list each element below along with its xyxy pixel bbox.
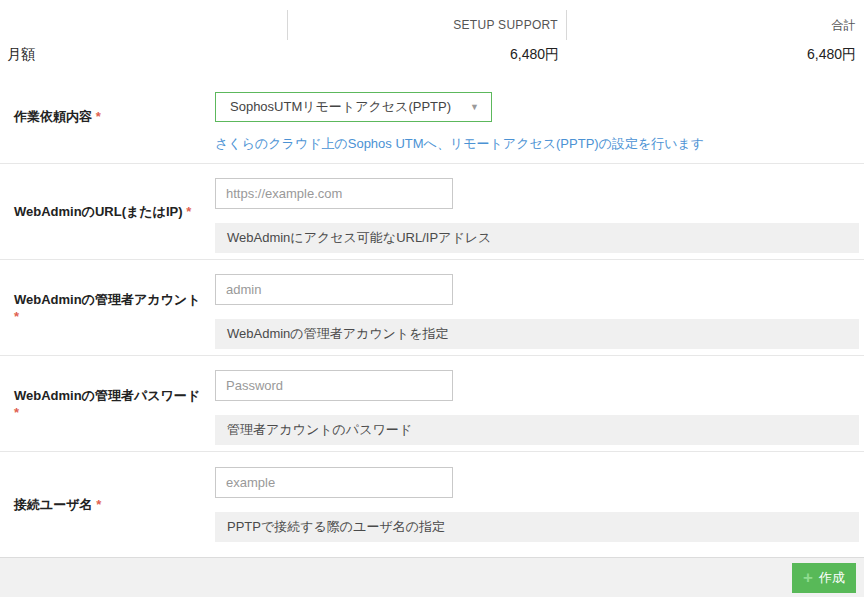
setup-support-order-page: SETUP SUPPORT 合計 月額 6,480円 6,480円 作業依頼内容… (0, 0, 864, 603)
field-label-text: 作業依頼内容 (14, 109, 92, 124)
required-asterisk: * (96, 109, 101, 124)
admin-account-input[interactable] (215, 274, 453, 305)
column-header-total: 合計 (567, 10, 864, 40)
webadmin-url-input[interactable] (215, 178, 453, 209)
price-row-label: 月額 (0, 40, 287, 70)
required-asterisk: * (14, 405, 19, 420)
pricing-table: SETUP SUPPORT 合計 月額 6,480円 6,480円 (0, 0, 864, 70)
create-button[interactable]: + 作成 (792, 563, 856, 593)
create-button-label: 作成 (819, 569, 845, 587)
required-asterisk: * (14, 309, 19, 324)
field-label-admin-account: WebAdminの管理者アカウント * (0, 260, 215, 355)
admin-password-input[interactable] (215, 370, 453, 401)
pricing-header-spacer (0, 10, 287, 40)
field-label-webadmin-url: WebAdminのURL(またはIP) * (0, 164, 215, 259)
form-row-connection-user: 接続ユーザ名 * PPTPで接続する際のユーザ名の指定 (0, 451, 864, 557)
admin-account-help: WebAdminの管理者アカウントを指定 (215, 319, 859, 349)
form-row-work-request: 作業依頼内容 * SophosUTMリモートアクセス(PPTP) ▼ さくらのク… (0, 70, 864, 163)
field-label-admin-password: WebAdminの管理者パスワード * (0, 356, 215, 451)
pricing-header-row: SETUP SUPPORT 合計 (0, 10, 864, 40)
field-label-text: 接続ユーザ名 (14, 497, 93, 512)
required-asterisk: * (96, 497, 101, 512)
connection-user-help: PPTPで接続する際のユーザ名の指定 (215, 512, 859, 542)
field-label-text: WebAdminのURL(またはIP) (14, 204, 183, 219)
pricing-row-monthly: 月額 6,480円 6,480円 (0, 40, 864, 70)
column-header-setup-support: SETUP SUPPORT (287, 10, 567, 40)
footer-bar: + 作成 (0, 557, 864, 597)
chevron-down-icon: ▼ (470, 102, 479, 112)
work-request-selected-value: SophosUTMリモートアクセス(PPTP) (230, 98, 451, 116)
work-request-help-text: さくらのクラウド上のSophos UTMへ、リモートアクセス(PPTP)の設定を… (215, 135, 859, 152)
price-total-value: 6,480円 (567, 40, 864, 70)
field-label-text: WebAdminの管理者アカウント (14, 292, 200, 307)
webadmin-url-help: WebAdminにアクセス可能なURL/IPアドレス (215, 223, 859, 253)
price-setup-support-value: 6,480円 (287, 40, 567, 70)
admin-password-help: 管理者アカウントのパスワード (215, 415, 859, 445)
field-label-text: WebAdminの管理者パスワード (14, 388, 200, 403)
plus-icon: + (803, 569, 813, 586)
form-row-admin-account: WebAdminの管理者アカウント * WebAdminの管理者アカウントを指定 (0, 259, 864, 355)
work-request-select[interactable]: SophosUTMリモートアクセス(PPTP) ▼ (215, 92, 492, 122)
form-row-admin-password: WebAdminの管理者パスワード * 管理者アカウントのパスワード (0, 355, 864, 451)
connection-user-input[interactable] (215, 467, 453, 498)
required-asterisk: * (186, 204, 191, 219)
form-row-webadmin-url: WebAdminのURL(またはIP) * WebAdminにアクセス可能なUR… (0, 163, 864, 259)
field-label-connection-user: 接続ユーザ名 * (0, 452, 215, 557)
field-label-work-request: 作業依頼内容 * (0, 70, 215, 163)
